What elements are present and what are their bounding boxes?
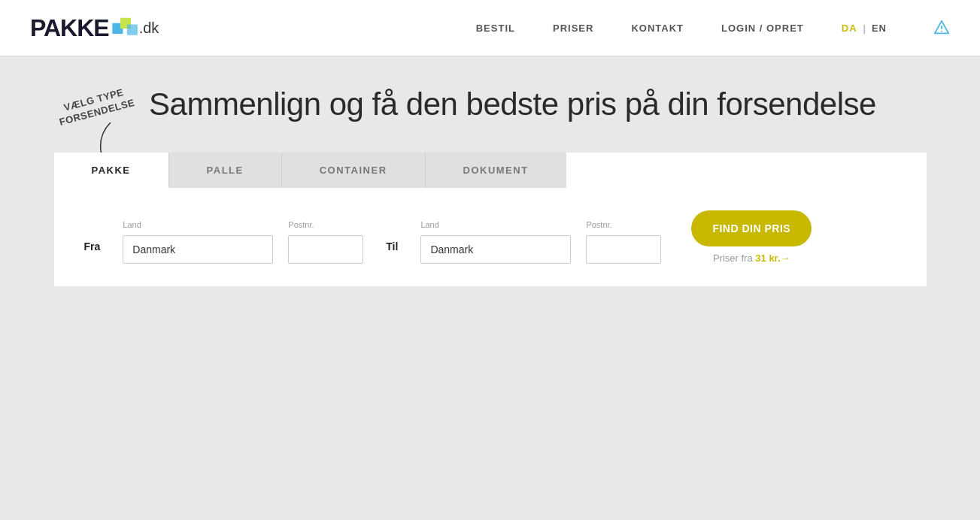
svg-point-5 bbox=[941, 31, 942, 32]
nav-kontakt[interactable]: KONTAKT bbox=[631, 23, 684, 34]
search-form: Fra Land Postnr. Til Land bbox=[54, 188, 927, 286]
from-postnr-label: Postnr. bbox=[288, 220, 363, 229]
form-box: PAKKE PALLE CONTAINER DOKUMENT Fra Land … bbox=[54, 153, 927, 286]
svg-rect-2 bbox=[126, 25, 137, 35]
alert-icon[interactable] bbox=[933, 20, 950, 36]
hero-title: Sammenlign og få den bedste pris på din … bbox=[54, 86, 927, 122]
to-land-label: Land bbox=[420, 220, 571, 229]
til-label: Til bbox=[386, 240, 398, 264]
logo[interactable]: PAKKE .dk bbox=[30, 14, 159, 42]
site-header: PAKKE .dk BESTIL PRISER KONTAKT LOGIN / … bbox=[0, 0, 980, 56]
price-value: 31 bbox=[755, 252, 766, 264]
nav-login[interactable]: LOGIN / OPRET bbox=[721, 23, 804, 34]
hero-section: VÆLG TYPE FORSENDELSE Sammenlign og få d… bbox=[54, 86, 927, 286]
from-country-group: Land bbox=[123, 220, 273, 264]
lang-da[interactable]: DA bbox=[842, 23, 857, 34]
main-content: VÆLG TYPE FORSENDELSE Sammenlign og få d… bbox=[0, 56, 980, 520]
main-nav: BESTIL PRISER KONTAKT LOGIN / OPRET DA |… bbox=[476, 20, 950, 36]
to-country-input[interactable] bbox=[420, 235, 571, 264]
tab-pakke[interactable]: PAKKE bbox=[54, 153, 169, 188]
language-switcher: DA | EN bbox=[842, 23, 887, 34]
nav-priser[interactable]: PRISER bbox=[553, 23, 593, 34]
from-country-input[interactable] bbox=[123, 235, 273, 264]
to-postal-group: Postnr. bbox=[586, 220, 661, 264]
find-price-button[interactable]: FIND DIN PRIS bbox=[691, 210, 812, 246]
from-postal-group: Postnr. bbox=[288, 220, 363, 264]
tab-dokument[interactable]: DOKUMENT bbox=[426, 153, 566, 188]
price-text: Priser fra bbox=[713, 252, 753, 264]
to-postnr-label: Postnr. bbox=[586, 220, 661, 229]
lang-en[interactable]: EN bbox=[872, 23, 887, 34]
shipment-type-tabs: PAKKE PALLE CONTAINER DOKUMENT bbox=[54, 153, 927, 188]
fra-label: Fra bbox=[84, 240, 101, 264]
logo-icon bbox=[112, 17, 139, 39]
tab-palle[interactable]: PALLE bbox=[169, 153, 282, 188]
tab-container[interactable]: CONTAINER bbox=[282, 153, 426, 188]
to-postal-input[interactable] bbox=[586, 235, 661, 264]
action-area: FIND DIN PRIS Priser fra 31 kr.→ bbox=[691, 210, 812, 264]
price-info: Priser fra 31 kr.→ bbox=[713, 252, 790, 264]
lang-separator: | bbox=[863, 23, 866, 34]
to-country-group: Land bbox=[420, 220, 571, 264]
logo-text: PAKKE bbox=[30, 14, 109, 42]
nav-bestil[interactable]: BESTIL bbox=[476, 23, 515, 34]
price-unit: kr.→ bbox=[769, 252, 790, 264]
logo-suffix: .dk bbox=[139, 20, 159, 37]
from-land-label: Land bbox=[123, 220, 273, 229]
from-postal-input[interactable] bbox=[288, 235, 363, 264]
